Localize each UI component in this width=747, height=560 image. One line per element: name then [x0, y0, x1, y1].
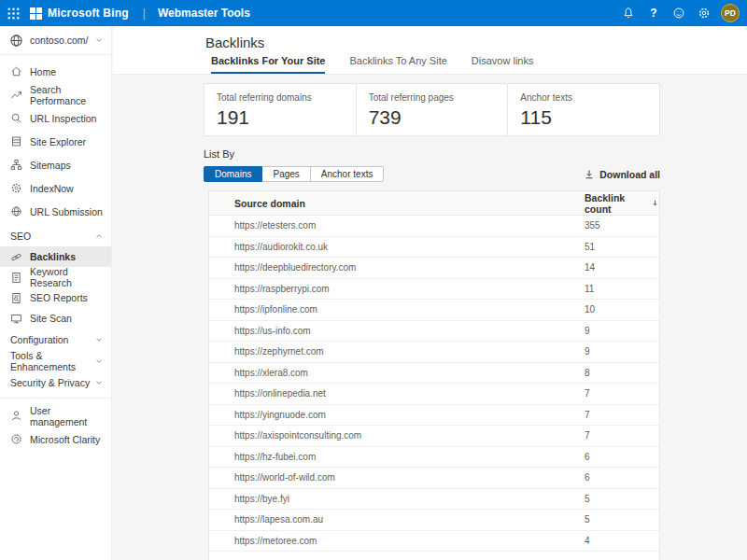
segment-domains[interactable]: Domains	[204, 166, 262, 182]
chevron-down-icon	[94, 35, 104, 45]
source-domain-cell[interactable]: https://ipfonline.com	[234, 304, 585, 315]
settings-gear-icon[interactable]	[696, 5, 712, 21]
list-by-segmented-control: Domains Pages Anchor texts	[204, 166, 384, 182]
source-domain-cell[interactable]: https://lapesa.com.au	[234, 514, 585, 525]
source-domain-cell[interactable]: https://etesters.com	[234, 220, 585, 231]
sidebar-item-search-performance[interactable]: Search Performance	[0, 83, 111, 106]
stats-summary-card: Total referring domains 191 Total referr…	[204, 83, 660, 136]
table-row[interactable]: https://bye.fyi 5	[209, 489, 659, 511]
sidebar-item-microsoft-clarity[interactable]: Microsoft Clarity	[0, 427, 111, 451]
person-icon	[10, 410, 22, 422]
sidebar-item-url-inspection[interactable]: URL Inspection	[0, 106, 111, 130]
home-icon	[10, 65, 22, 77]
top-app-bar: Microsoft Bing | Webmaster Tools ?	[0, 0, 747, 26]
backlink-count-cell: 5	[585, 494, 659, 504]
sidebar-item-indexnow[interactable]: IndexNow	[0, 176, 111, 200]
table-row[interactable]: https://audiorokit.co.uk 51	[209, 237, 659, 259]
sidebar-item-url-submission[interactable]: URL Submission	[0, 200, 111, 223]
stat-total-referring-domains: Total referring domains 191	[204, 84, 357, 135]
backlink-count-cell: 7	[585, 430, 659, 441]
stat-label: Anchor texts	[520, 92, 659, 103]
stat-anchor-texts: Anchor texts 115	[508, 84, 659, 135]
site-name: contoso.com/	[30, 35, 88, 46]
source-domain-cell[interactable]: https://xlera8.com	[234, 368, 585, 378]
sort-descending-icon	[651, 198, 659, 208]
sidebar-item-label: Site Scan	[30, 313, 72, 324]
source-domain-cell[interactable]: https://hz-fubei.com	[234, 452, 585, 462]
help-icon[interactable]: ?	[645, 5, 662, 21]
section-label: Tools & Enhancements	[10, 350, 94, 372]
table-row[interactable]: https://world-of-wild.com 6	[209, 468, 659, 489]
sidebar-item-label: Microsoft Clarity	[30, 434, 100, 445]
backlink-count-cell: 6	[585, 472, 659, 483]
source-domain-cell[interactable]: https://metoree.com	[234, 536, 585, 546]
column-backlink-count[interactable]: Backlink count	[585, 192, 659, 215]
list-by-label: List By	[204, 148, 660, 160]
sidebar-section-configuration[interactable]: Configuration	[0, 329, 111, 350]
indexnow-icon	[10, 182, 22, 194]
sidebar-item-sitemaps[interactable]: Sitemaps	[0, 153, 111, 176]
table-row[interactable]: https://xlera8.com 8	[209, 363, 659, 385]
sidebar-item-seo-reports[interactable]: SEO Reports	[0, 287, 111, 308]
sidebar-item-label: URL Inspection	[30, 113, 96, 124]
source-domain-cell[interactable]: https://bye.fyi	[234, 494, 585, 504]
backlink-count-cell: 355	[585, 220, 659, 231]
download-all-button[interactable]: Download all	[584, 169, 660, 180]
table-row[interactable]: https://onlinepedia.net 7	[209, 384, 659, 405]
feedback-smiley-icon[interactable]	[670, 5, 687, 21]
table-row[interactable]: https://deepbluedirectory.com 14	[209, 258, 659, 279]
sitemap-icon	[10, 159, 22, 171]
globe-icon	[9, 34, 23, 48]
sidebar-item-backlinks[interactable]: Backlinks	[0, 246, 111, 267]
source-domain-cell[interactable]: https://world-of-wild.com	[234, 472, 585, 483]
column-source-domain[interactable]: Source domain	[234, 198, 585, 209]
sidebar-item-user-management[interactable]: User management	[0, 404, 111, 427]
tab-bar: Backlinks For Your Site Backlinks To Any…	[211, 55, 533, 74]
table-row[interactable]: https://us-info.com 9	[209, 321, 659, 343]
sidebar-section-tools-enhancements[interactable]: Tools & Enhancements	[0, 350, 111, 371]
tab-backlinks-to-any-site[interactable]: Backlinks To Any Site	[349, 55, 446, 74]
sidebar-item-keyword-research[interactable]: Keyword Research	[0, 267, 111, 287]
source-domain-cell[interactable]: https://onlinepedia.net	[234, 388, 585, 399]
chevron-up-icon	[94, 231, 104, 241]
sidebar-item-label: Site Explorer	[30, 136, 86, 147]
segment-pages[interactable]: Pages	[262, 166, 310, 182]
user-avatar[interactable]: PD	[721, 4, 740, 22]
table-row[interactable]: https://metoree.com 4	[209, 531, 659, 553]
source-domain-cell[interactable]: https://zephyrnet.com	[234, 346, 585, 357]
section-label: Security & Privacy	[10, 377, 94, 388]
backlink-count-cell: 51	[585, 242, 659, 252]
tab-backlinks-for-your-site[interactable]: Backlinks For Your Site	[211, 55, 325, 74]
sidebar-item-label: Home	[30, 66, 56, 77]
site-selector[interactable]: contoso.com/	[0, 26, 111, 54]
source-domain-cell[interactable]: https://yingnuode.com	[234, 410, 585, 420]
tab-disavow-links[interactable]: Disavow links	[472, 55, 534, 74]
source-domain-cell[interactable]: https://raspberrypi.com	[234, 284, 585, 294]
sidebar-section-seo[interactable]: SEO	[0, 225, 111, 246]
source-domain-cell[interactable]: https://deepbluedirectory.com	[234, 262, 585, 273]
segment-anchor-texts[interactable]: Anchor texts	[311, 166, 385, 182]
notifications-bell-icon[interactable]	[620, 5, 637, 21]
sidebar-section-security-privacy[interactable]: Security & Privacy	[0, 371, 111, 393]
app-launcher-waffle-icon[interactable]	[0, 0, 26, 26]
backlink-count-cell: 10	[585, 304, 659, 315]
table-row[interactable]: https://hz-fubei.com 6	[209, 447, 659, 469]
table-row[interactable]: https://lapesa.com.au 5	[209, 510, 659, 531]
source-domain-cell[interactable]: https://audiorokit.co.uk	[234, 242, 585, 252]
table-row[interactable]: https://axispointconsulting.com 7	[209, 426, 659, 447]
stat-label: Total referring domains	[217, 92, 356, 103]
table-row[interactable]: https://ipfonline.com 10	[209, 300, 659, 321]
table-row[interactable]: https://yingnuode.com 7	[209, 405, 659, 427]
stat-label: Total referring pages	[369, 92, 508, 103]
source-domain-cell[interactable]: https://us-info.com	[234, 326, 585, 336]
brand-name[interactable]: Microsoft Bing	[48, 7, 129, 20]
table-row[interactable]: https://etesters.com 355	[209, 216, 659, 237]
sidebar-item-site-scan[interactable]: Site Scan	[0, 308, 111, 329]
sidebar-item-label: SEO Reports	[30, 292, 88, 303]
table-row[interactable]: https://zephyrnet.com 9	[209, 342, 659, 363]
table-row[interactable]: https://raspberrypi.com 11	[209, 279, 659, 301]
product-name[interactable]: Webmaster Tools	[158, 7, 250, 20]
sidebar-item-home[interactable]: Home	[0, 60, 111, 83]
sidebar-item-site-explorer[interactable]: Site Explorer	[0, 130, 111, 153]
source-domain-cell[interactable]: https://axispointconsulting.com	[234, 430, 585, 441]
